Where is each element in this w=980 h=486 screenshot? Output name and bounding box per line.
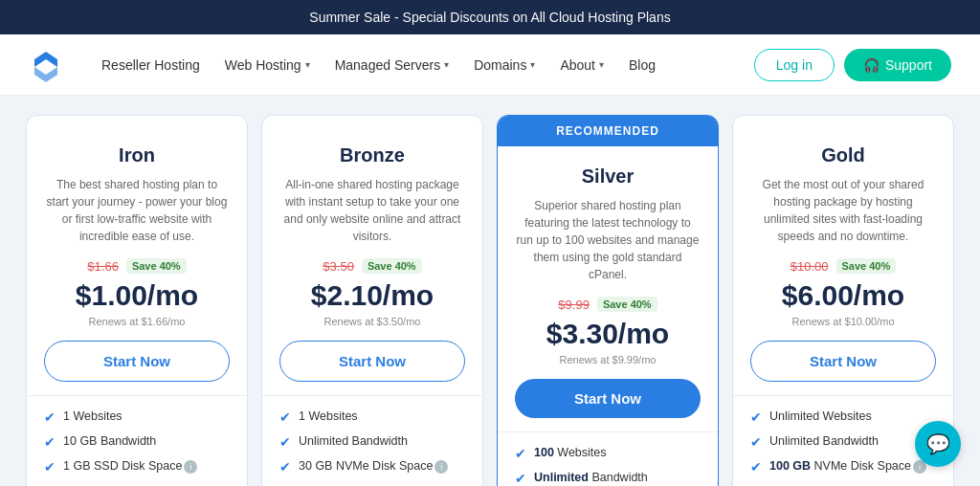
feature-text: 100 GB NVMe Disk Spacei: [769, 459, 926, 474]
feature-item: ✔ 1 Websites: [44, 409, 230, 425]
feature-bold: 100 GB: [769, 459, 814, 473]
plan-card-iron: IronThe best shared hosting plan to star…: [26, 115, 248, 486]
nav-web-hosting[interactable]: Web Hosting ▾: [215, 50, 320, 80]
renews-text-bronze: Renews at $3.50/mo: [279, 316, 465, 327]
nav-managed-servers[interactable]: Managed Servers ▾: [325, 50, 459, 80]
renews-text-silver: Renews at $9.99/mo: [515, 354, 701, 365]
feature-text: Unlimited Bandwidth: [534, 471, 648, 484]
check-icon: ✔: [750, 459, 762, 475]
recommended-badge: RECOMMENDED: [498, 116, 718, 146]
save-badge-iron: Save 40%: [126, 258, 187, 274]
check-icon: ✔: [515, 446, 526, 461]
plan-name-bronze: Bronze: [279, 144, 465, 166]
pricing-row-silver: $9.99 Save 40%: [515, 297, 701, 312]
nav-links: Reseller Hosting Web Hosting ▾ Managed S…: [92, 50, 754, 80]
feature-item: ✔ Unlimited Bandwidth: [279, 434, 465, 450]
top-banner: Summer Sale - Special Discounts on All C…: [0, 0, 980, 34]
feature-item: ✔ 100 GB NVMe Disk Spacei: [750, 459, 936, 475]
check-icon: ✔: [44, 409, 56, 425]
current-price-silver: $3.30/mo: [515, 318, 701, 350]
original-price-bronze: $3.50: [323, 259, 354, 274]
current-price-gold: $6.00/mo: [750, 279, 936, 312]
current-price-bronze: $2.10/mo: [279, 279, 465, 312]
feature-item: ✔ 1 Websites: [279, 409, 465, 425]
current-price-iron: $1.00/mo: [44, 279, 230, 312]
support-button[interactable]: 🎧 Support: [844, 49, 951, 81]
info-icon[interactable]: i: [184, 460, 197, 474]
feature-item: ✔ Unlimited Bandwidth: [515, 471, 701, 486]
plan-features-iron: ✔ 1 Websites ✔ 10 GB Bandwidth ✔ 1 GB SS…: [27, 395, 247, 486]
start-button-iron[interactable]: Start Now: [44, 341, 230, 382]
check-icon: ✔: [279, 409, 291, 425]
feature-text: 100 Websites: [534, 446, 607, 459]
chevron-down-icon: ▾: [599, 59, 604, 70]
plans-container: IronThe best shared hosting plan to star…: [0, 96, 980, 486]
feature-text: 30 GB NVMe Disk Spacei: [299, 459, 448, 474]
chat-icon: 💬: [926, 432, 950, 455]
pricing-row-iron: $1.66 Save 40%: [44, 258, 230, 274]
nav-about[interactable]: About ▾: [550, 50, 613, 80]
plan-desc-gold: Get the most out of your shared hosting …: [750, 176, 936, 245]
save-badge-silver: Save 40%: [597, 297, 657, 312]
feature-text: 1 GB SSD Disk Spacei: [63, 459, 197, 474]
feature-item: ✔ 30 GB NVMe Disk Spacei: [279, 459, 465, 475]
plan-card-bronze: BronzeAll-in-one shared hosting package …: [261, 115, 483, 486]
logo[interactable]: [29, 48, 63, 82]
check-icon: ✔: [750, 434, 762, 450]
start-button-bronze[interactable]: Start Now: [279, 341, 465, 382]
banner-text: Summer Sale - Special Discounts on All C…: [309, 10, 670, 25]
plan-features-silver: ✔ 100 Websites ✔ Unlimited Bandwidth ✔ 5…: [498, 431, 718, 486]
info-icon[interactable]: i: [434, 460, 448, 474]
chevron-down-icon: ▾: [530, 59, 535, 70]
nav-blog[interactable]: Blog: [619, 50, 665, 80]
plan-desc-bronze: All-in-one shared hosting package with i…: [279, 176, 465, 245]
check-icon: ✔: [515, 471, 526, 486]
feature-item: ✔ 1 GB SSD Disk Spacei: [44, 459, 230, 475]
chat-button[interactable]: 💬: [915, 421, 961, 467]
chevron-down-icon: ▾: [444, 59, 449, 70]
plan-body-iron: IronThe best shared hosting plan to star…: [27, 125, 247, 395]
original-price-iron: $1.66: [87, 259, 119, 274]
pricing-row-gold: $10.00 Save 40%: [750, 258, 936, 274]
plan-name-iron: Iron: [44, 144, 230, 166]
save-badge-gold: Save 40%: [836, 258, 897, 274]
plan-desc-iron: The best shared hosting plan to start yo…: [44, 176, 230, 245]
original-price-gold: $10.00: [791, 259, 829, 274]
feature-text: 1 Websites: [299, 409, 358, 423]
feature-item: ✔ Unlimited Bandwidth: [750, 434, 936, 450]
login-button[interactable]: Log in: [754, 49, 835, 81]
start-button-silver[interactable]: Start Now: [515, 379, 701, 418]
nav-actions: Log in 🎧 Support: [754, 49, 951, 81]
chevron-down-icon: ▾: [305, 59, 310, 70]
renews-text-iron: Renews at $1.66/mo: [44, 316, 230, 327]
plan-body-gold: GoldGet the most out of your shared host…: [733, 125, 953, 395]
feature-text: 10 GB Bandwidth: [63, 434, 156, 448]
feature-item: ✔ 10 GB Bandwidth: [44, 434, 230, 450]
plan-name-gold: Gold: [750, 144, 936, 166]
plan-desc-silver: Superior shared hosting plan featuring t…: [515, 197, 701, 283]
plan-features-bronze: ✔ 1 Websites ✔ Unlimited Bandwidth ✔ 30 …: [262, 395, 482, 486]
feature-text: Unlimited Websites: [769, 409, 872, 423]
check-icon: ✔: [750, 409, 762, 425]
feature-text: Unlimited Bandwidth: [299, 434, 408, 448]
nav-domains[interactable]: Domains ▾: [464, 50, 545, 80]
plan-body-silver: SilverSuperior shared hosting plan featu…: [498, 146, 718, 431]
save-badge-bronze: Save 40%: [362, 258, 422, 274]
plan-card-silver: RECOMMENDEDSilverSuperior shared hosting…: [497, 115, 719, 486]
feature-text: 1 Websites: [63, 409, 122, 423]
start-button-gold[interactable]: Start Now: [750, 341, 936, 382]
plan-body-bronze: BronzeAll-in-one shared hosting package …: [262, 125, 482, 395]
navbar: Reseller Hosting Web Hosting ▾ Managed S…: [0, 34, 980, 96]
headset-icon: 🎧: [863, 57, 880, 73]
renews-text-gold: Renews at $10.00/mo: [750, 316, 936, 327]
feature-bold: 100: [534, 446, 557, 459]
check-icon: ✔: [44, 459, 56, 475]
original-price-silver: $9.99: [558, 298, 590, 312]
feature-bold: Unlimited: [534, 471, 591, 484]
feature-item: ✔ 100 Websites: [515, 446, 701, 461]
plan-name-silver: Silver: [515, 166, 701, 188]
pricing-row-bronze: $3.50 Save 40%: [279, 258, 465, 274]
check-icon: ✔: [279, 434, 291, 450]
nav-reseller-hosting[interactable]: Reseller Hosting: [92, 50, 210, 80]
check-icon: ✔: [279, 459, 291, 475]
